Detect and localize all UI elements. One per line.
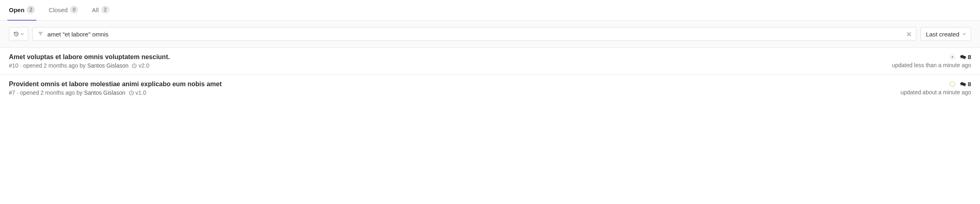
open-status-icon xyxy=(949,81,956,87)
health-status-icon xyxy=(949,54,956,60)
issue-row: Provident omnis et labore molestiae anim… xyxy=(0,75,980,102)
issue-author-link[interactable]: Santos Gislason xyxy=(87,62,128,69)
search-field-wrap xyxy=(32,27,916,41)
issue-row: Amet voluptas et labore omnis voluptatem… xyxy=(0,48,980,75)
issue-updated: updated less than a minute ago xyxy=(892,62,971,68)
comments-icon xyxy=(960,54,966,60)
clear-search-button[interactable] xyxy=(905,32,913,36)
issue-milestone[interactable]: v2.0 xyxy=(132,62,149,69)
sort-dropdown[interactable]: Last created xyxy=(920,27,971,41)
clock-icon xyxy=(132,63,137,68)
issue-opened-text: opened 2 months ago by xyxy=(23,62,85,69)
tab-open-label: Open xyxy=(9,6,24,13)
svg-point-2 xyxy=(951,56,953,58)
history-icon xyxy=(13,31,19,37)
sort-label: Last created xyxy=(926,31,959,38)
issue-milestone[interactable]: v1.0 xyxy=(129,89,146,96)
comments-count: 8 xyxy=(968,81,971,87)
filter-bar: Last created xyxy=(0,21,980,48)
comments-link[interactable]: 8 xyxy=(960,81,971,87)
tab-closed-label: Closed xyxy=(49,6,68,13)
svg-point-4 xyxy=(962,55,966,58)
comments-link[interactable]: 8 xyxy=(960,53,971,60)
tab-closed[interactable]: Closed 0 xyxy=(49,0,78,20)
issue-meta: #7 · opened 2 months ago by Santos Gisla… xyxy=(9,89,222,96)
issue-title-link[interactable]: Provident omnis et labore molestiae anim… xyxy=(9,81,222,88)
svg-point-8 xyxy=(962,83,966,85)
search-input[interactable] xyxy=(45,31,905,38)
tab-open[interactable]: Open 2 xyxy=(9,0,35,20)
filter-icon xyxy=(36,31,45,37)
chevron-down-icon xyxy=(963,32,966,36)
milestone-label: v2.0 xyxy=(138,62,149,69)
tab-all-label: All xyxy=(92,6,99,13)
issue-author-link[interactable]: Santos Gislason xyxy=(84,89,126,96)
comments-count: 8 xyxy=(968,53,971,60)
clock-icon xyxy=(129,90,134,96)
tab-open-count: 2 xyxy=(27,6,35,14)
issue-ref: #7 xyxy=(9,89,15,96)
issue-ref: #10 xyxy=(9,62,18,69)
tab-closed-count: 0 xyxy=(70,6,78,14)
chevron-down-icon xyxy=(21,32,24,36)
tab-all[interactable]: All 2 xyxy=(92,0,109,20)
tab-all-count: 2 xyxy=(101,6,109,14)
issue-meta: #10 · opened 2 months ago by Santos Gisl… xyxy=(9,62,170,69)
recent-searches-button[interactable] xyxy=(9,27,28,41)
issue-opened-text: opened 2 months ago by xyxy=(20,89,82,96)
comments-icon xyxy=(960,81,966,87)
svg-point-6 xyxy=(950,82,955,87)
tabs-bar: Open 2 Closed 0 All 2 xyxy=(0,0,980,21)
issue-title-link[interactable]: Amet voluptas et labore omnis voluptatem… xyxy=(9,53,170,61)
issue-updated: updated about a minute ago xyxy=(901,89,971,96)
milestone-label: v1.0 xyxy=(136,89,146,96)
